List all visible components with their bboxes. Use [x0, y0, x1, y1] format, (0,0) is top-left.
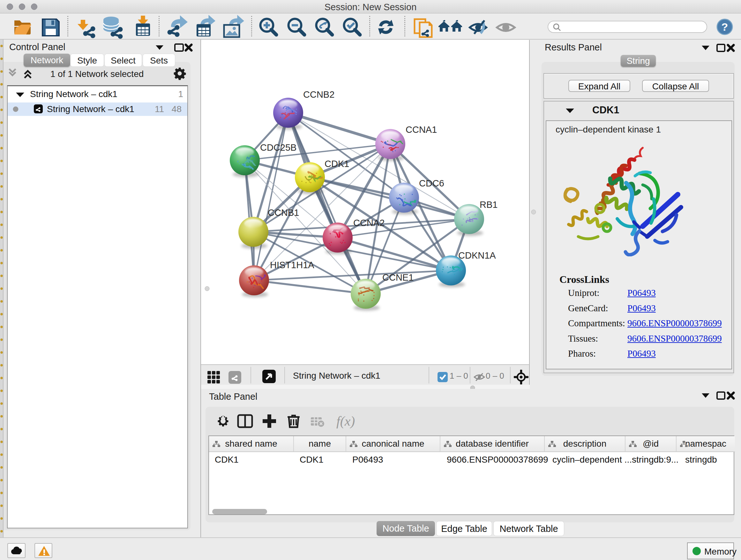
svg-text:CDC6: CDC6 [419, 178, 444, 188]
svg-text:CCNB1: CCNB1 [268, 207, 299, 218]
svg-text:CCNA2: CCNA2 [353, 218, 385, 228]
svg-text:CDKN1A: CDKN1A [458, 250, 496, 260]
svg-text:RB1: RB1 [480, 199, 497, 210]
svg-text:CDK1: CDK1 [325, 159, 349, 169]
svg-text:CCNE1: CCNE1 [382, 272, 414, 283]
svg-text:?: ? [722, 21, 728, 33]
svg-text:f(x): f(x) [336, 414, 355, 428]
svg-text:CDC25B: CDC25B [260, 142, 296, 152]
svg-text:CCNB2: CCNB2 [303, 89, 334, 100]
svg-text:CCNA1: CCNA1 [406, 125, 437, 135]
svg-text:HIST1H1A: HIST1H1A [270, 260, 314, 270]
